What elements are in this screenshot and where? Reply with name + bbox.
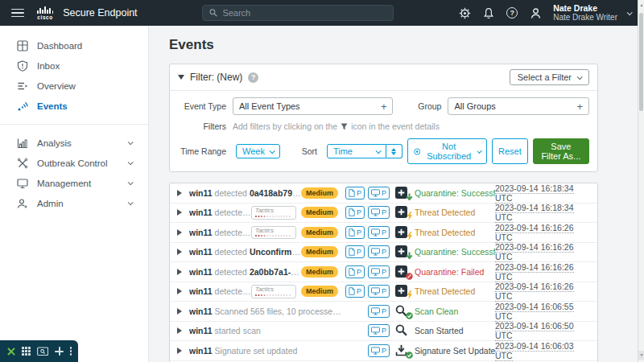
event-description: win11detected2a0bb7a1-021c-44c4-9fa6-275… [189, 267, 301, 277]
expand-caret-icon[interactable] [177, 308, 182, 315]
event-status: Threat Detected [415, 286, 495, 296]
event-row[interactable]: win11detectedUnconfirmed 755561.crdo... … [170, 223, 597, 243]
user-menu-chevron-down-icon[interactable] [627, 10, 633, 15]
event-description: win11Signature set updated [189, 346, 345, 356]
settings-gear-icon[interactable] [459, 7, 471, 19]
filter-help-icon[interactable]: ? [248, 72, 258, 83]
cisco-logo-text: cisco [37, 14, 53, 20]
scrollbar-thumb[interactable] [639, 13, 643, 111]
page-scrollbar[interactable]: ▲ ▼ [638, 0, 644, 362]
event-description: win11started scan [189, 326, 345, 335]
sidebar-item-events[interactable]: Events [0, 96, 148, 116]
file-trajectory-chip[interactable]: P [345, 187, 365, 200]
page-title: Events [169, 37, 598, 53]
event-row[interactable]: win11detectedUnconfirmed 755561.crdownlo… [170, 243, 597, 263]
file-trajectory-chip[interactable]: P [345, 245, 365, 258]
event-row[interactable]: win11started scan P Scan Started 2023-09… [170, 322, 597, 342]
severity-badge: Medium [301, 187, 338, 199]
sort-select[interactable]: Time [327, 144, 386, 158]
expand-caret-icon[interactable] [177, 269, 182, 275]
select-a-filter-button[interactable]: Select a Filter [510, 69, 589, 85]
event-timestamp: 2023-09-14 16:18:34 UTC [495, 203, 590, 222]
hamburger-menu-icon[interactable] [11, 9, 24, 18]
file-trajectory-chip[interactable]: P [345, 206, 365, 219]
expand-caret-icon[interactable] [177, 229, 182, 236]
add-group-icon[interactable]: + [576, 101, 583, 113]
not-subscribed-button[interactable]: Not Subscribed [407, 138, 487, 164]
scroll-up-icon[interactable]: ▲ [638, 2, 644, 7]
reset-button[interactable]: Reset [492, 138, 528, 164]
sidebar-label: Events [37, 101, 68, 111]
sidebar-label: Dashboard [37, 41, 82, 51]
sidebar-item-inbox[interactable]: Inbox [0, 56, 148, 76]
sidebar-item-admin[interactable]: Admin [0, 193, 148, 213]
sidebar-item-overview[interactable]: Overview [0, 76, 148, 96]
sidebar-item-analysis[interactable]: Analysis [0, 133, 148, 153]
event-status: Threat Detected [415, 208, 495, 217]
time-range-label: Time Range [178, 146, 226, 156]
kebab-menu-icon[interactable] [70, 347, 72, 356]
dashboard-icon [17, 40, 28, 51]
event-row[interactable]: win11detected2a0bb7a1-021c-44c4-9fa6-275… [170, 262, 597, 282]
add-event-type-icon[interactable]: + [381, 101, 387, 113]
device-trajectory-chip[interactable]: P [368, 305, 390, 318]
event-description: win11detectedUnconfirmed 755561.crdo... [189, 228, 251, 237]
expand-caret-icon[interactable] [177, 249, 182, 255]
sidebar-item-outbreak-control[interactable]: Outbreak Control [0, 153, 148, 173]
global-search-input[interactable]: Search [202, 5, 394, 21]
event-timestamp: 2023-09-14 16:16:26 UTC [495, 223, 590, 242]
funnel-filter-icon [341, 123, 348, 130]
event-row[interactable]: win11Signature set updated P Signature S… [170, 341, 597, 361]
expand-caret-icon[interactable] [177, 190, 182, 196]
collapse-triangle-icon[interactable] [178, 75, 184, 80]
device-trajectory-chip[interactable]: P [368, 245, 390, 258]
grid-apps-icon[interactable] [22, 347, 30, 356]
device-trajectory-chip[interactable]: P [368, 324, 390, 337]
tactics-badge[interactable]: Tactics [251, 285, 296, 298]
user-menu[interactable]: Nate Drake Nate Drake Writer [553, 3, 617, 23]
device-trajectory-chip[interactable]: P [368, 285, 390, 298]
filters-hint-text: Add filters by clicking on the [233, 121, 337, 131]
event-description: win11detected2a0bb7a1-021c-44c4-9fa... [189, 286, 251, 296]
time-range-select[interactable]: Week [236, 144, 280, 158]
file-trajectory-chip[interactable]: P [345, 285, 365, 298]
add-capture-icon[interactable] [55, 347, 63, 356]
events-table: win11detected0a418ab7982b9ed6884fbdd61ac… [169, 183, 598, 362]
window-search-icon[interactable] [37, 347, 48, 356]
notifications-bell-icon[interactable] [483, 7, 494, 19]
tactics-badge[interactable]: Tactics [251, 226, 296, 240]
device-trajectory-chip[interactable]: P [368, 187, 390, 200]
search-placeholder: Search [222, 8, 250, 18]
save-filter-as-button[interactable]: Save Filter As... [533, 138, 589, 164]
group-input[interactable]: All Groups + [448, 97, 589, 115]
expand-caret-icon[interactable] [177, 348, 182, 354]
event-row[interactable]: win11detected2a0bb7a1-021c-44c4-9fa... T… [170, 282, 597, 302]
sidebar-item-dashboard[interactable]: Dashboard [0, 35, 148, 56]
device-trajectory-chip[interactable]: P [368, 206, 390, 219]
event-row[interactable]: win11detected0a418ab7982b9ed6884f... Tac… [170, 204, 597, 224]
event-type-input[interactable]: All Event Types + [233, 97, 393, 115]
sort-direction-button[interactable] [386, 144, 402, 158]
sidebar-divider [0, 124, 148, 125]
device-trajectory-chip[interactable]: P [368, 226, 390, 239]
quarantine-success-icon [395, 187, 415, 200]
tactics-dots [255, 235, 257, 237]
device-trajectory-chip[interactable]: P [368, 265, 390, 278]
tactics-badge[interactable]: Tactics [251, 206, 296, 220]
file-trajectory-chip[interactable]: P [345, 226, 365, 239]
event-row[interactable]: win11Scanned 565 files, 10 processes, 0 … [170, 302, 597, 322]
filter-title: Filter: (New) [190, 72, 242, 83]
sidebar-item-management[interactable]: Management [0, 173, 148, 193]
user-avatar-icon[interactable] [530, 7, 542, 19]
event-row[interactable]: win11detected0a418ab7982b9ed6884fbdd61ac… [170, 183, 597, 204]
expand-caret-icon[interactable] [177, 288, 182, 294]
scroll-down-icon[interactable]: ▼ [638, 351, 644, 360]
file-trajectory-chip[interactable]: P [345, 265, 365, 278]
device-trajectory-chip[interactable]: P [368, 344, 390, 357]
time-range-value: Week [242, 146, 265, 156]
severity-badge: Medium [301, 266, 338, 278]
expand-caret-icon[interactable] [177, 209, 182, 216]
expand-caret-icon[interactable] [177, 327, 182, 334]
close-capture-icon[interactable] [6, 347, 15, 356]
help-icon[interactable]: ? [506, 7, 518, 19]
